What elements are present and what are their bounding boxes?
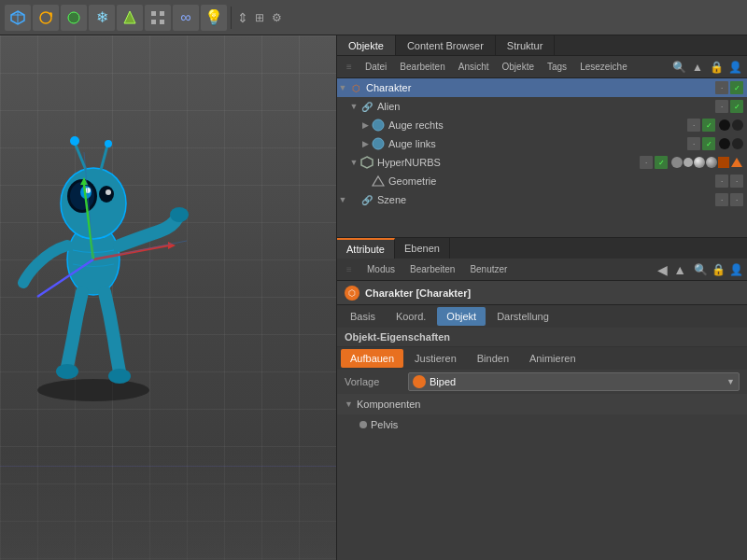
menu-tags[interactable]: Tags: [542, 59, 572, 76]
vorlage-select[interactable]: Biped ▼: [408, 372, 740, 391]
menu-bearbeiten-attr[interactable]: Bearbeiten: [404, 263, 460, 275]
tree-ctrl-green[interactable]: ✓: [730, 81, 743, 94]
ctrl-auge-rechts-2[interactable]: ✓: [702, 119, 715, 132]
tree-icon-auge-links: [371, 136, 386, 151]
rotate-tool-icon[interactable]: [33, 5, 59, 31]
tree-arrow-auge-rechts: ▶: [359, 120, 371, 130]
subtab-darstellung[interactable]: Darstellung: [487, 307, 558, 326]
menu-benutzer[interactable]: Benutzer: [464, 263, 513, 275]
attr-user-icon[interactable]: 👤: [729, 263, 743, 276]
biped-tab-binden[interactable]: Binden: [468, 349, 518, 368]
biped-tab-aufbauen[interactable]: Aufbauen: [341, 349, 403, 368]
viewport-icon[interactable]: ⊞: [251, 9, 268, 26]
ctrl-auge-links-1[interactable]: ·: [687, 137, 700, 150]
attr-nav-left-icon[interactable]: ◀: [657, 262, 668, 277]
attr-search-icon[interactable]: 🔍: [694, 263, 708, 276]
tree-controls-auge-rechts: · ✓: [687, 119, 743, 132]
character-figure: [9, 73, 196, 390]
light-tool-icon[interactable]: 💡: [201, 5, 227, 31]
tree-icon-charakter: ⬡: [348, 80, 363, 95]
horizon-line: [0, 466, 336, 467]
svg-rect-9: [160, 20, 164, 24]
komponenten-item-pelvis[interactable]: Pelvis: [337, 414, 747, 435]
biped-tab-justieren[interactable]: Justieren: [405, 349, 466, 368]
svg-line-25: [101, 146, 107, 170]
tree-item-charakter[interactable]: ▼ ⬡ Charakter · ✓: [337, 78, 747, 97]
lock-icon[interactable]: 🔒: [708, 59, 725, 76]
tree-ctrl-vis[interactable]: ·: [715, 81, 728, 94]
svg-point-12: [170, 207, 189, 222]
menu-lesezeiche[interactable]: Lesezeiche: [574, 59, 633, 76]
home-icon[interactable]: ▲: [689, 59, 706, 76]
tab-ebenen[interactable]: Ebenen: [395, 238, 450, 259]
tree-item-hypernurbs[interactable]: ▼ HyperNURBS · ✓: [337, 153, 747, 172]
tree-item-auge-rechts[interactable]: ▶ Auge rechts · ✓: [337, 116, 747, 134]
sphere-tool-icon[interactable]: [61, 5, 87, 31]
subtab-objekt[interactable]: Objekt: [437, 307, 486, 326]
swatch-hn-3: [694, 157, 705, 168]
ctrl-hn-2[interactable]: ✓: [655, 156, 668, 169]
search-icon[interactable]: 🔍: [670, 59, 687, 76]
tree-item-auge-links[interactable]: ▶ Auge links · ✓: [337, 134, 747, 153]
snowflake-tool-icon[interactable]: ❄: [89, 5, 115, 31]
menu-bearbeiten[interactable]: Bearbeiten: [394, 59, 450, 76]
ctrl-auge-links-2[interactable]: ✓: [702, 137, 715, 150]
svg-rect-7: [160, 11, 164, 16]
menu-datei[interactable]: Datei: [359, 59, 392, 76]
tree-icon-szene: 🔗: [359, 192, 374, 207]
viewport-3d[interactable]: [0, 35, 336, 560]
ctrl-szene-2[interactable]: ·: [730, 193, 743, 206]
swatch-black-1: [719, 119, 730, 131]
attr-lock-icon[interactable]: 🔒: [712, 263, 726, 276]
main-area: Objekte Content Browser Struktur ≡ Datei…: [0, 35, 747, 560]
ctrl-szene-1[interactable]: ·: [715, 193, 728, 206]
tree-ctrl-alien-vis[interactable]: ·: [715, 100, 728, 113]
subtab-basis[interactable]: Basis: [341, 307, 385, 326]
move-arrows-icon[interactable]: ⇕: [234, 9, 251, 26]
biped-tab-animieren[interactable]: Animieren: [520, 349, 585, 368]
svg-point-14: [108, 369, 131, 384]
menu-objekte[interactable]: Objekte: [497, 59, 540, 76]
vorlage-row: Vorlage Biped ▼: [337, 370, 747, 394]
svg-marker-38: [373, 176, 384, 186]
tree-ctrl-alien-green[interactable]: ✓: [730, 100, 743, 113]
ctrl-geo-1[interactable]: ·: [715, 175, 728, 188]
infinity-tool-icon[interactable]: ∞: [173, 5, 199, 31]
ctrl-geo-2[interactable]: ·: [730, 175, 743, 188]
subtab-koord[interactable]: Koord.: [387, 307, 435, 326]
tab-struktur[interactable]: Struktur: [496, 35, 556, 55]
svg-marker-37: [731, 158, 742, 167]
settings-icon[interactable]: ⚙: [268, 9, 285, 26]
user-icon[interactable]: 👤: [726, 59, 743, 76]
vorlage-label: Vorlage: [345, 376, 401, 387]
attr-nav-right-icon[interactable]: ▲: [673, 262, 686, 277]
menu-modus[interactable]: Modus: [361, 263, 401, 275]
cone-tool-icon[interactable]: [117, 5, 143, 31]
menu-ansicht[interactable]: Ansicht: [453, 59, 495, 76]
swatch-hn-5: [718, 157, 729, 168]
ctrl-auge-rechts-1[interactable]: ·: [687, 119, 700, 132]
tab-objekte[interactable]: Objekte: [337, 35, 396, 55]
tree-label-auge-links: Auge links: [388, 138, 687, 149]
tree-icon-alien: 🔗: [359, 99, 374, 114]
komponenten-header[interactable]: ▼ Komponenten: [337, 394, 747, 414]
tree-controls-auge-links: · ✓: [687, 137, 743, 150]
tree-arrow-alien: ▼: [348, 102, 359, 111]
tree-item-szene[interactable]: ▼ 🔗 Szene · ·: [337, 190, 747, 209]
cube-tool-icon[interactable]: [5, 5, 31, 31]
tree-label-hypernurbs: HyperNURBS: [377, 157, 640, 168]
attr-sub-tabs: Basis Koord. Objekt Darstellung: [337, 305, 747, 328]
tab-content-browser[interactable]: Content Browser: [396, 35, 496, 55]
tree-label-geometrie: Geometrie: [388, 175, 715, 187]
tab-attribute[interactable]: Attribute: [337, 238, 395, 259]
svg-point-26: [105, 140, 112, 147]
grid-tool-icon[interactable]: [145, 5, 171, 31]
svg-rect-8: [151, 20, 156, 24]
tree-item-alien[interactable]: ▼ 🔗 Alien · ✓: [337, 97, 747, 116]
swatch-hn-2: [684, 158, 693, 167]
svg-point-35: [373, 138, 384, 149]
tree-item-geometrie[interactable]: Geometrie · ·: [337, 172, 747, 190]
biped-tabs: Aufbauen Justieren Binden Animieren: [337, 347, 747, 370]
swatch-black-2: [719, 138, 730, 149]
ctrl-hn-1[interactable]: ·: [640, 156, 653, 169]
